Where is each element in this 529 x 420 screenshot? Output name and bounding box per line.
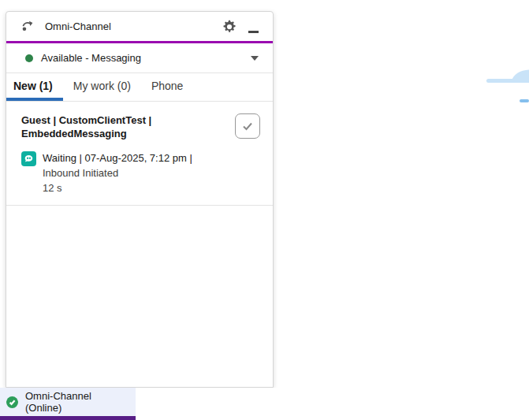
minimize-button[interactable] — [239, 18, 263, 35]
tab-new[interactable]: New (1) — [6, 73, 63, 101]
status-dot-icon — [25, 54, 33, 62]
work-item-timer: 12 s — [43, 180, 192, 195]
work-item-card[interactable]: Guest | CustomClientTest | EmbeddedMessa… — [6, 102, 273, 206]
presence-status-label: Available - Messaging — [41, 52, 141, 64]
omni-channel-panel: Omni-Channel Available - Messaging New (… — [6, 11, 274, 388]
utility-bar: Omni-Channel (Online) — [0, 388, 529, 420]
work-item-detail: Inbound Initiated — [43, 165, 192, 180]
work-item-detail-lines: Waiting | 07-Aug-2025, 7:12 pm | Inbound… — [43, 151, 192, 195]
utility-item-omni-channel[interactable]: Omni-Channel (Online) — [0, 388, 136, 420]
messaging-channel-icon — [21, 151, 36, 166]
tab-my-work[interactable]: My work (0) — [63, 73, 141, 101]
online-check-circle-icon — [6, 396, 18, 408]
panel-header: Omni-Channel — [6, 12, 273, 43]
settings-button[interactable] — [220, 17, 239, 36]
panel-empty-area — [6, 206, 273, 387]
panel-title: Omni-Channel — [45, 20, 111, 32]
gear-icon — [222, 19, 237, 35]
check-icon — [241, 120, 254, 132]
accept-work-button[interactable] — [235, 113, 260, 139]
tab-bar: New (1) My work (0) Phone — [6, 73, 273, 102]
work-item-title: Guest | CustomClientTest | EmbeddedMessa… — [21, 113, 214, 140]
tab-new-label: New (1) — [13, 80, 53, 92]
cloud-illustration — [485, 68, 529, 104]
tab-my-work-label: My work (0) — [73, 80, 131, 92]
chevron-down-icon — [251, 56, 259, 61]
presence-status-dropdown[interactable]: Available - Messaging — [6, 43, 273, 73]
work-item-status-line: Waiting | 07-Aug-2025, 7:12 pm | — [43, 151, 192, 165]
omni-channel-icon — [20, 19, 35, 34]
utility-item-label: Omni-Channel (Online) — [25, 390, 129, 414]
tab-phone[interactable]: Phone — [141, 73, 193, 101]
work-item-details: Waiting | 07-Aug-2025, 7:12 pm | Inbound… — [21, 151, 260, 195]
work-item-top-row: Guest | CustomClientTest | EmbeddedMessa… — [21, 113, 260, 140]
minimize-icon — [248, 31, 259, 33]
tab-phone-label: Phone — [151, 80, 183, 92]
